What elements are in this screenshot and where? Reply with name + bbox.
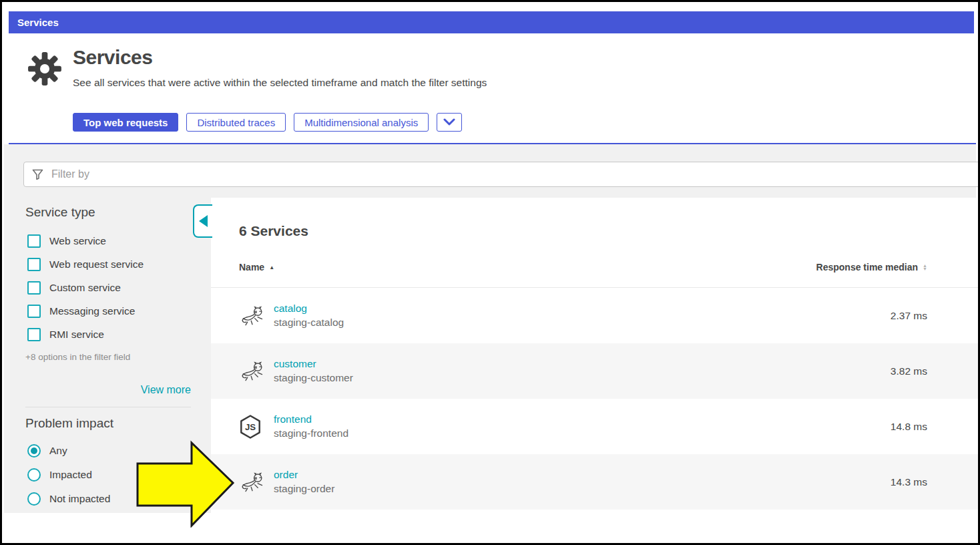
filter-funnel-icon <box>32 169 43 180</box>
service-link[interactable]: order <box>274 469 334 481</box>
checkbox-box[interactable] <box>27 234 41 248</box>
sidebar-divider <box>25 407 191 407</box>
service-subtitle: staging-order <box>274 483 334 495</box>
checkbox-label: Custom service <box>49 282 121 294</box>
response-time-value: 3.82 ms <box>891 365 927 377</box>
checkbox-box[interactable] <box>27 328 41 341</box>
services-count-title: 6 Services <box>239 223 308 239</box>
filter-input[interactable] <box>50 168 972 181</box>
problem-impact-heading: Problem impact <box>25 416 113 431</box>
checkbox-custom-service[interactable]: Custom service <box>27 281 121 295</box>
service-type-heading: Service type <box>25 205 95 220</box>
checkbox-label: Messaging service <box>49 305 135 317</box>
radio-button[interactable] <box>27 444 41 458</box>
radio-label: Any <box>49 445 67 457</box>
page-subtitle: See all services that were active within… <box>73 77 487 89</box>
response-time-value: 14.8 ms <box>891 421 927 433</box>
checkbox-box[interactable] <box>27 281 41 295</box>
breadcrumb[interactable]: Services <box>17 17 59 28</box>
service-link[interactable]: customer <box>274 358 353 370</box>
checkbox-web-request-service[interactable]: Web request service <box>27 258 144 271</box>
app-window: Services Services See all services that … <box>0 0 980 545</box>
tab-distributed-traces[interactable]: Distributed traces <box>186 113 286 132</box>
svg-text:JS: JS <box>245 422 256 432</box>
column-label: Response time median <box>816 262 919 272</box>
service-subtitle: staging-frontend <box>274 427 348 439</box>
collapse-left-icon <box>199 215 208 227</box>
gear-icon <box>27 51 62 86</box>
column-label: Name <box>239 262 264 272</box>
checkbox-box[interactable] <box>27 305 41 318</box>
radio-button[interactable] <box>27 492 41 506</box>
radio-impacted[interactable]: Impacted <box>27 468 92 482</box>
view-tabs: Top web requests Distributed traces Mult… <box>73 113 462 132</box>
services-panel: 6 Services Name ▲ Response time median ▲… <box>211 198 979 513</box>
radio-label: Not impacted <box>49 493 110 505</box>
tomcat-icon <box>239 305 268 327</box>
annotation-arrow-icon <box>135 437 236 528</box>
tab-multidimensional-analysis[interactable]: Multidimensional analysis <box>294 113 429 132</box>
response-time-value: 2.37 ms <box>891 310 927 322</box>
table-row-customer[interactable]: customer staging-customer 3.82 ms <box>211 343 979 399</box>
checkbox-label: Web request service <box>49 258 144 270</box>
service-name-block: catalog staging-catalog <box>274 303 344 329</box>
service-link[interactable]: catalog <box>274 303 344 315</box>
service-subtitle: staging-customer <box>274 372 353 384</box>
table-row-order[interactable]: order staging-order 14.3 ms <box>211 454 979 510</box>
tomcat-icon <box>239 360 268 383</box>
filter-options-note: +8 options in the filter field <box>25 352 130 362</box>
checkbox-label: Web service <box>49 235 106 247</box>
radio-button[interactable] <box>27 468 41 482</box>
response-time-value: 14.3 ms <box>891 476 927 488</box>
sort-ascending-icon: ▲ <box>269 264 274 270</box>
service-name-block: order staging-order <box>274 469 334 495</box>
checkbox-label: RMI service <box>49 329 104 341</box>
filter-bar[interactable] <box>23 162 980 187</box>
checkbox-box[interactable] <box>27 258 41 271</box>
collapse-sidebar-button[interactable] <box>193 204 212 238</box>
sort-both-icon: ▲▼ <box>923 264 927 270</box>
nodejs-icon: JS <box>239 414 268 439</box>
table-header: Name ▲ Response time median ▲▼ <box>239 262 927 272</box>
column-header-name[interactable]: Name ▲ <box>239 262 274 272</box>
service-name-block: customer staging-customer <box>274 358 353 384</box>
table-row-catalog[interactable]: catalog staging-catalog 2.37 ms <box>211 288 979 343</box>
checkbox-rmi-service[interactable]: RMI service <box>27 328 104 341</box>
services-table: catalog staging-catalog 2.37 ms <box>211 288 979 510</box>
service-name-block: frontend staging-frontend <box>274 413 348 439</box>
tab-top-web-requests[interactable]: Top web requests <box>73 113 178 132</box>
chevron-down-icon <box>443 118 455 126</box>
column-header-response-time-median[interactable]: Response time median ▲▼ <box>816 262 927 272</box>
view-more-link[interactable]: View more <box>25 384 191 396</box>
checkbox-messaging-service[interactable]: Messaging service <box>27 305 135 318</box>
radio-not-impacted[interactable]: Not impacted <box>27 492 110 506</box>
more-views-button[interactable] <box>437 113 462 132</box>
table-row-frontend[interactable]: JS frontend staging-frontend 14.8 ms <box>211 399 979 454</box>
page-title: Services <box>73 46 152 69</box>
radio-label: Impacted <box>49 469 92 481</box>
tomcat-icon <box>239 471 268 494</box>
checkbox-web-service[interactable]: Web service <box>27 234 106 248</box>
service-subtitle: staging-catalog <box>274 317 344 329</box>
breadcrumb-bar: Services <box>9 11 974 33</box>
service-link[interactable]: frontend <box>274 413 348 425</box>
radio-any[interactable]: Any <box>27 444 67 458</box>
